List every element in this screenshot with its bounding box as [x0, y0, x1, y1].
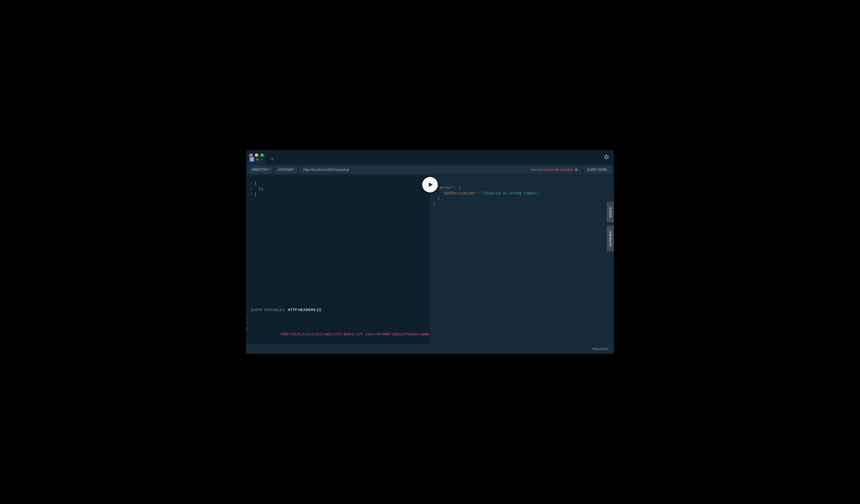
gutter-line: 1 [246, 180, 252, 186]
field-hi: hi [259, 187, 264, 191]
tab-http-headers[interactable]: HTTP HEADERS (1) [288, 308, 321, 312]
play-icon [427, 181, 434, 188]
toolbar: PRETTIFY HISTORY http://localhost:8000/g… [246, 164, 614, 175]
server-status-dot-icon [575, 168, 578, 171]
headers-gutter: 1 2 3 [246, 315, 250, 344]
tab-bar: Q hi × [248, 150, 277, 164]
endpoint-url-text: http://localhost:8000/graphql/ [303, 167, 349, 172]
gutter-line: 2 [246, 186, 252, 191]
header-token-line: OGRhY2NjMiIsInVzZXJfaWQiOjF9.8KQh2-67h-j… [281, 332, 430, 336]
server-status: Server cannot be reached [531, 167, 578, 172]
schema-tab[interactable]: SCHEMA [607, 226, 614, 251]
docs-tab[interactable]: DOCS [607, 202, 614, 222]
headers-editor[interactable]: 1 2 3 ✗ OGRhY2NjMiIsInVzZXJfaWQiOjF9.8KQ… [246, 315, 430, 344]
main-area: 1 2 3 { hi } QUERY VARIABLES HTTP HEADER… [246, 175, 614, 344]
traffic-lights [249, 153, 264, 157]
settings-button[interactable] [603, 154, 610, 161]
server-status-text: Server cannot be reached [531, 167, 573, 172]
history-button[interactable]: HISTORY [275, 166, 297, 174]
window-minimize-button[interactable] [255, 153, 258, 157]
gutter-line: 3 [246, 326, 248, 331]
endpoint-input[interactable]: http://localhost:8000/graphql/ Server ca… [299, 166, 582, 174]
titlebar: Q hi × [246, 150, 614, 164]
footer: TRACING [246, 344, 614, 354]
new-tab-button[interactable] [267, 153, 277, 164]
gutter-line: 2 [246, 321, 248, 326]
side-tabs: DOCS SCHEMA [607, 202, 614, 251]
gutter-line: 3 [246, 191, 252, 197]
tab-icon: Q [249, 157, 254, 162]
prettify-button[interactable]: PRETTIFY [249, 166, 273, 174]
window-zoom-button[interactable] [260, 153, 264, 157]
brace-open: { [254, 181, 257, 186]
window-close-button[interactable] [249, 153, 253, 157]
gear-icon [603, 154, 610, 160]
bottom-tabs: QUERY VARIABLES HTTP HEADERS (1) [246, 305, 430, 315]
response-pane: ▼ { "error": { "Authorization": "Invalid… [430, 175, 614, 344]
headers-code: ✗ OGRhY2NjMiIsInVzZXJfaWQiOjF9.8KQh2-67h… [250, 315, 430, 344]
execute-button[interactable] [422, 177, 438, 192]
tab-close-icon[interactable]: × [260, 157, 263, 161]
tracing-button[interactable]: TRACING [592, 347, 609, 351]
query-editor[interactable]: 1 2 3 { hi } [246, 175, 430, 305]
copy-curl-button[interactable]: COPY CURL [584, 166, 611, 174]
left-column: 1 2 3 { hi } QUERY VARIABLES HTTP HEADER… [246, 175, 430, 344]
tab-label: hi [256, 157, 259, 161]
plus-icon [270, 157, 275, 161]
brace-close: } [254, 192, 257, 197]
bottom-pane: QUERY VARIABLES HTTP HEADERS (1) 1 2 3 ✗… [246, 305, 430, 344]
query-code: { hi } [254, 180, 430, 305]
query-gutter: 1 2 3 [246, 180, 254, 305]
app-window: Q hi × PRETTIFY HISTORY http://localhost… [246, 150, 614, 354]
gutter-line: 1 [246, 315, 248, 321]
tab-query-variables[interactable]: QUERY VARIABLES [250, 308, 285, 312]
